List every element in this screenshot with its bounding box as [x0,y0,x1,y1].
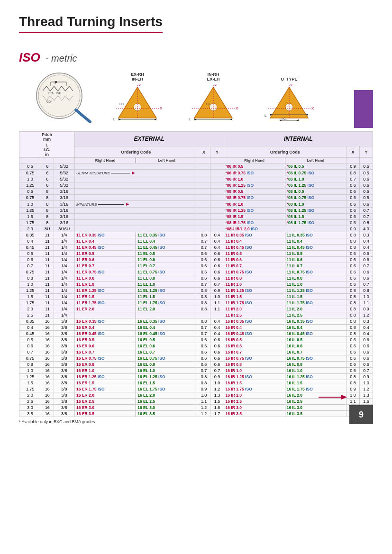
svg-marker-47 [341,395,347,400]
svg-line-2 [76,110,90,122]
table-row: 1.0163/816 ER 1.0 16 EL 1.0 0.70.716 IR … [19,368,373,374]
table-row: 0.6111/411 ER 0.6 11 EL 0.6 0.60.611 IR … [19,257,373,263]
svg-text:I.C.: I.C. [282,117,287,120]
svg-text:L: L [189,117,191,121]
page-title: Thread Turning Inserts [19,14,163,33]
table-row: 1.2583/16*08 IR 1.25 ISO*08 IL 1.25 ISO0… [19,208,373,214]
svg-marker-30 [194,118,197,120]
bottom-arrow [319,392,347,403]
internal-header: INTERNAL [224,132,373,146]
table-row: 0.7111/411 ER 0.7 11 EL 0.7 0.60.611 IR … [19,263,373,269]
table-row: 0.35111/411 ER 0.35 ISO11 EL 0.35 ISO0.8… [19,232,373,238]
table-row: 1.0111/411 ER 1.0 11 EL 1.0 0.70.711 IR … [19,282,373,288]
table-row: 2.5111/411 IR 2.5 11 IL 2.5 0.81.2 [19,312,373,318]
table-row: 3.5163/816 ER 3.5 16 EL 3.5 1.21.716 IR … [19,411,373,417]
external-header: EXTERNAL [75,132,224,146]
svg-text:X: X [311,106,314,110]
svg-marker-20 [154,118,156,120]
table-row: 1.75163/816 ER 1.75 ISO16 EL 1.75 ISO0.9… [19,386,373,392]
table-row: 1.583/16*08 IR 1.5 *08 IL 1.5 0.60.7 [19,214,373,220]
table-row: 0.35163/816 ER 0.35 ISO16 EL 0.35 ISO0.8… [19,318,373,325]
table-row: 1.5111/411 ER 1.5 11 EL 1.5 0.81.011 IR … [19,294,373,300]
table-row: 0.4111/411 ER 0.4 11 EL 0.4 0.70.411 IR … [19,238,373,245]
svg-text:X: X [160,106,163,110]
table-row: 0.565/32*06 IR 0.5 *06 IL 0.5 0.90.5 [19,163,373,170]
insert-diagrams: EX-RH IN-LH Y X I.C. L [109,70,373,124]
svg-text:Y: Y [138,83,141,87]
table-row: 0.5111/411 ER 0.5 11 EL 0.5 0.60.611 IR … [19,251,373,257]
svg-text:60°: 60° [46,100,52,104]
iso-label: ISO [19,50,40,64]
table-row: 1.083/16MINIATURE ►*08 IR 1.0 *08 IL 1.0… [19,201,373,208]
table-row: 1.75111/411 ER 1.75 ISO11 EL 1.75 ISO0.8… [19,300,373,306]
table-row: 1.7583/16*08 IR 1.75 ISO*08 IL 1.75 ISO0… [19,220,373,226]
svg-text:I.C.: I.C. [206,102,211,106]
svg-text:X: X [236,106,238,110]
table-row: 0.7583/16*08 IR 0.75 ISO*08 IL 0.75 ISO0… [19,195,373,201]
purple-accent [354,90,373,128]
table-row: 0.5163/816 ER 0.5 16 EL 0.5 0.60.616 IR … [19,337,373,343]
svg-marker-31 [230,118,232,120]
svg-text:P/B: P/B [56,91,62,95]
table-row: 0.7163/816 ER 0.7 16 EL 0.7 0.60.616 IR … [19,349,373,355]
table-row: 0.7565/32ULTRA MINIATURE ►*06 IR 0.75 IS… [19,170,373,176]
table-row: 1.2565/32*06 IR 1.25 ISO*06 IL 1.25 ISO0… [19,182,373,189]
table-row: 3.0163/816 ER 3.0 16 EL 3.0 1.21.616 IR … [19,405,373,411]
svg-text:I.C.: I.C. [119,102,125,106]
svg-point-0 [36,73,82,118]
table-row: 0.75163/816 ER 0.75 ISO16 EL 0.75 ISO0.6… [19,355,373,362]
svg-marker-19 [119,118,121,120]
svg-text:Y: Y [290,83,293,87]
svg-text:L: L [113,117,115,121]
table-row: 0.45111/411 ER 0.45 ISO11 EL 0.45 ISO0.7… [19,245,373,251]
table-row: 0.75111/411 ER 0.75 ISO11 EL 0.75 ISO0.6… [19,269,373,275]
svg-text:Y: Y [214,83,217,87]
table-row: 1.065/32*06 IR 1.0 *06 IL 1.0 0.70.6 [19,176,373,182]
svg-text:P: P [55,80,57,85]
table-row: 1.5163/816 ER 1.5 16 EL 1.5 0.81.016 IR … [19,380,373,386]
table-row: 1.25111/411 ER 1.25 ISO11 EL 1.25 ISO0.8… [19,288,373,294]
svg-text:P/A: P/A [48,91,54,95]
table-row: 2.08U3/16U*08U IR/L 2.0 ISO0.94.0 [19,226,373,232]
table-row: 1.25163/816 ER 1.25 ISO16 EL 1.25 ISO0.8… [19,374,373,380]
svg-text:L: L [264,113,267,118]
table-row: 0.583/16*08 IR 0.5 *08 IL 0.5 0.60.5 [19,189,373,195]
iso-subtitle: - metric [46,53,77,64]
table-row: 0.8163/816 ER 0.8 16 EL 0.8 0.60.616 IR … [19,362,373,368]
table-row: 0.6163/816 ER 0.6 16 EL 0.6 0.60.616 IR … [19,343,373,349]
table-row: 0.8111/411 ER 0.8 11 EL 0.8 0.60.611 IR … [19,275,373,282]
tool-diagram: 60° P P/A P/B [19,70,104,127]
svg-marker-40 [296,119,299,121]
table-row: 0.4163/816 ER 0.4 16 EL 0.4 0.70.416 IR … [19,325,373,331]
footnote: * Available only in BXC and BMA grades [19,419,373,424]
table-row: 2.0111/411 ER 2.0 11 EL 2.0 0.81.111 IR … [19,306,373,312]
page-number: 9 [349,405,373,424]
table-row: 0.45163/816 ER 0.45 ISO16 EL 0.45 ISO0.7… [19,331,373,337]
product-table: Pitchmm L I.C.in EXTERNAL INTERNAL Order… [19,131,373,417]
